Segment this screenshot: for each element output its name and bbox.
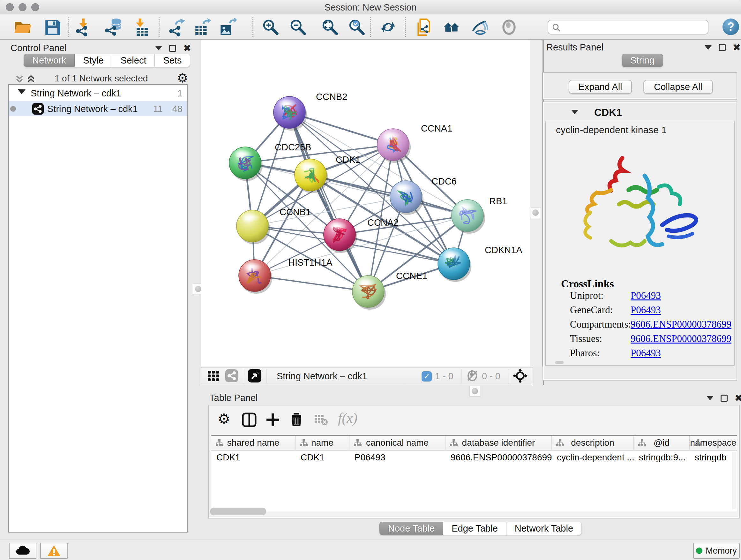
crosslink-link[interactable]: 9606.ENSP00000378699 (630, 319, 731, 330)
import-network-database-icon[interactable] (105, 18, 123, 37)
column-header-@id[interactable]: @id (634, 436, 690, 450)
panel-close-icon[interactable]: ✖ (735, 395, 741, 401)
search-input[interactable] (565, 21, 705, 33)
panel-close-icon[interactable]: ✖ (733, 44, 741, 51)
crosslink-link[interactable]: 9606.ENSP00000378699 (630, 333, 731, 345)
right-splitter-handle[interactable] (530, 207, 541, 218)
crosslinks-heading: CrossLinks (561, 278, 614, 290)
panel-menu-icon[interactable] (704, 45, 712, 50)
column-header-description[interactable]: description (552, 436, 634, 450)
crosslink-link[interactable]: P06493 (630, 290, 661, 301)
grid-view-icon[interactable] (207, 369, 220, 383)
network-status-dot (10, 106, 16, 112)
tab-style[interactable]: Style (75, 54, 112, 67)
network-node[interactable] (377, 129, 411, 163)
network-collection-row[interactable]: String Network – cdk1 1 (9, 85, 187, 101)
table-cell[interactable]: CDK1 (211, 451, 295, 464)
network-share-icon[interactable] (225, 369, 239, 384)
network-selection-bar: 1 of 1 Network selected ⚙ (8, 73, 188, 84)
table-vscroll-track[interactable] (732, 452, 737, 509)
column-header-database-identifier[interactable]: database identifier (446, 436, 552, 450)
table-cell[interactable]: CDK1 (295, 451, 349, 464)
delete-column-icon[interactable] (289, 412, 304, 428)
node-table: shared namenamecanonical namedatabase id… (211, 435, 737, 511)
crosslink-link[interactable]: P06493 (630, 348, 661, 359)
gear-icon[interactable]: ⚙ (177, 72, 188, 84)
network-view-canvas[interactable]: CCNB2CCNA1CDC25BCDK1CDC6RB1CCNB1CCNA2CDK… (201, 40, 530, 367)
network-row-selected[interactable]: String Network – cdk1 11 48 (9, 101, 187, 116)
zoom-out-icon[interactable] (289, 18, 307, 37)
table-data-row[interactable]: CDK1CDK1P064939606.ENSP00000378699cyclin… (211, 451, 737, 464)
tab-string[interactable]: String (622, 54, 663, 67)
table-gear-icon[interactable]: ⚙ (218, 411, 230, 427)
tree-expander-icon[interactable] (18, 89, 25, 94)
duplicate-style-icon[interactable] (415, 18, 433, 37)
zoom-fit-icon[interactable] (321, 18, 339, 37)
panel-menu-icon[interactable] (706, 396, 714, 400)
table-hscroll-thumb[interactable] (210, 508, 266, 515)
results-hscroll-thumb[interactable] (555, 361, 563, 364)
network-node[interactable] (352, 275, 386, 310)
column-header-canonical-name[interactable]: canonical name (349, 436, 446, 450)
import-network-file-icon[interactable] (75, 18, 93, 37)
network-node[interactable] (452, 199, 485, 234)
panel-menu-icon[interactable] (155, 46, 162, 51)
tab-node-table[interactable]: Node Table (380, 522, 443, 535)
protein-structure-image (563, 145, 713, 273)
panel-float-icon[interactable] (169, 45, 176, 52)
export-table-icon[interactable] (193, 18, 211, 37)
tab-select[interactable]: Select (112, 54, 155, 67)
table-cell[interactable]: stringdb:9... (634, 451, 690, 464)
network-node[interactable] (294, 159, 328, 193)
home-icon[interactable] (442, 18, 461, 37)
help-button[interactable]: ? (723, 18, 739, 35)
export-network-icon[interactable] (168, 18, 186, 37)
memory-button[interactable]: Memory (693, 543, 740, 559)
network-node[interactable] (229, 147, 263, 181)
bottom-splitter-handle[interactable] (469, 386, 480, 396)
gene-section-expander-icon[interactable] (571, 110, 578, 114)
tab-sets[interactable]: Sets (155, 54, 190, 67)
zoom-selected-icon[interactable] (347, 18, 366, 37)
network-node[interactable] (239, 260, 272, 294)
network-node[interactable] (324, 219, 357, 253)
table-cell[interactable]: stringdb (690, 451, 737, 464)
table-cell[interactable]: P06493 (349, 451, 446, 464)
hidden-eye-icon[interactable] (466, 369, 479, 383)
refresh-layout-icon[interactable] (379, 18, 397, 37)
collapse-all-button[interactable]: Collapse All (643, 80, 713, 94)
fit-selected-crosshair-icon[interactable] (513, 368, 528, 384)
column-header-name[interactable]: name (295, 436, 349, 450)
save-session-icon[interactable] (43, 18, 62, 37)
selected-checkbox-icon[interactable]: ✓ (421, 371, 432, 381)
panel-float-icon[interactable] (719, 44, 726, 51)
tab-edge-table[interactable]: Edge Table (443, 522, 507, 535)
network-collection-count: 1 (178, 88, 183, 99)
tab-network[interactable]: Network (23, 54, 75, 67)
crosslink-label: GeneCard: (570, 304, 613, 316)
table-cell[interactable]: cyclin-dependent ... (552, 451, 634, 464)
search-box[interactable] (548, 20, 709, 35)
zoom-in-icon[interactable] (261, 18, 280, 37)
import-table-file-icon[interactable] (133, 18, 151, 37)
birds-eye-view-icon[interactable] (248, 369, 262, 384)
show-columns-icon[interactable] (242, 413, 257, 428)
network-label: String Network – cdk1 (47, 104, 138, 114)
crosslink-link[interactable]: P06493 (630, 304, 661, 316)
panel-float-icon[interactable] (721, 395, 728, 401)
table-panel-container: ⚙ f(x) shared namenamecanonical namedata… (208, 405, 740, 518)
add-column-icon[interactable] (266, 413, 280, 428)
column-header-namespace[interactable]: namespace (690, 436, 737, 450)
open-session-icon[interactable] (13, 18, 32, 37)
cloud-status-button[interactable] (9, 543, 37, 559)
panel-close-icon[interactable]: ✖ (183, 45, 191, 52)
column-header-shared-name[interactable]: shared name (211, 436, 295, 450)
network-node[interactable] (438, 248, 471, 282)
expand-all-button[interactable]: Expand All (569, 80, 632, 94)
table-cell[interactable]: 9606.ENSP00000378699 (446, 451, 552, 464)
show-graphics-details-icon[interactable] (471, 18, 489, 37)
attribute-type-icon (353, 439, 361, 447)
export-image-icon[interactable] (218, 18, 237, 37)
tab-network-table[interactable]: Network Table (507, 522, 582, 535)
warning-status-button[interactable] (40, 543, 68, 559)
